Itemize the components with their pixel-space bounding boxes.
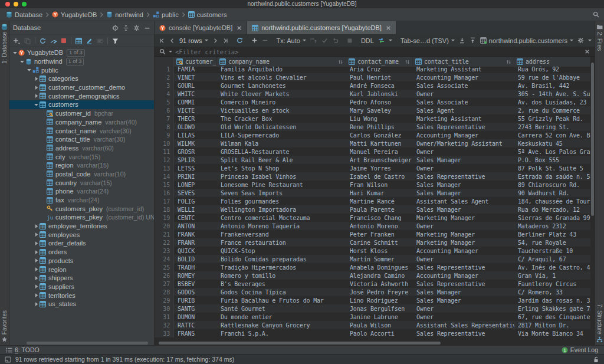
minimize-window-button[interactable] bbox=[14, 2, 18, 6]
import-data-icon[interactable] bbox=[470, 37, 476, 44]
stop-query-button[interactable] bbox=[347, 38, 353, 44]
grid-cell[interactable]: Godos Cocina Típica bbox=[217, 288, 346, 296]
tree-item-region[interactable]: region bbox=[9, 265, 154, 274]
jump-to-console-button[interactable] bbox=[50, 38, 57, 44]
grid-cell[interactable]: Antonio Moreno bbox=[346, 222, 413, 230]
grid-cell[interactable]: FURIB bbox=[174, 296, 217, 304]
grid-cell[interactable]: Keskuskatu 45 bbox=[514, 139, 590, 147]
grid-cell[interactable]: Liu Wong bbox=[346, 114, 413, 123]
grid-cell[interactable]: Sales Associate bbox=[413, 81, 514, 90]
grid-cell[interactable]: Accounting Manager bbox=[413, 247, 514, 255]
grid-cell[interactable]: BSBEV bbox=[174, 280, 217, 288]
grid-cell[interactable]: André Fonseca bbox=[346, 81, 413, 90]
search-everywhere-icon[interactable] bbox=[593, 11, 599, 18]
grid-cell[interactable]: GROSELLA-Restaurante bbox=[217, 147, 346, 156]
grid-cell[interactable]: Comércio Mineiro bbox=[217, 98, 346, 106]
grid-cell[interactable]: FRANK bbox=[174, 230, 217, 238]
grid-cell[interactable]: 87 Polk St. Suite 5 bbox=[514, 164, 590, 172]
grid-cell[interactable]: Accounting Manager bbox=[413, 73, 514, 81]
grid-cell[interactable]: WELLI bbox=[174, 205, 217, 214]
grid-cell[interactable]: Gourmet Lanchonetes bbox=[217, 81, 346, 90]
toolwindow-todo-button[interactable]: 6: TODO bbox=[6, 346, 40, 353]
grid-cell[interactable]: WILMK bbox=[174, 139, 217, 147]
grid-cell[interactable]: The Cracker Box bbox=[217, 114, 346, 123]
chevron-right-icon[interactable] bbox=[33, 250, 40, 255]
grid-cell[interactable]: Lonesome Pine Restaurant bbox=[217, 181, 346, 189]
grid-cell[interactable]: 305 - 14th Ave. S. Suite bbox=[514, 90, 590, 98]
tree-item-address[interactable]: addressvarchar(60) bbox=[9, 144, 154, 153]
tab-close-icon[interactable] bbox=[386, 25, 391, 31]
grid-cell[interactable]: Sales Manager bbox=[413, 156, 514, 164]
grid-cell[interactable]: Horst Kloss bbox=[346, 247, 413, 255]
grid-cell[interactable]: Owner bbox=[413, 255, 514, 263]
tree-item-customers_pkey[interactable]: jucustomers_pkey(customer_id) UNIQUE bbox=[9, 213, 154, 222]
grid-cell[interactable]: Jaime Yorres bbox=[346, 164, 413, 172]
grid-cell[interactable]: Vins et alcools Chevalier bbox=[217, 73, 346, 81]
commit-icon[interactable] bbox=[321, 37, 328, 44]
ddl-source-button[interactable] bbox=[97, 38, 103, 44]
grid-cell[interactable]: Sales Representative bbox=[413, 280, 514, 288]
grid-cell[interactable]: Romero y tomillo bbox=[217, 271, 346, 280]
grid-cell[interactable]: Jardim das rosas n. 32 bbox=[514, 296, 590, 304]
last-page-button[interactable] bbox=[222, 38, 228, 44]
filter-search-icon[interactable] bbox=[159, 48, 166, 55]
grid-cell[interactable]: Marketing Assistant bbox=[413, 65, 514, 73]
grid-cell[interactable]: FRANR bbox=[174, 238, 217, 247]
grid-cell[interactable]: THECR bbox=[174, 114, 217, 123]
grid-cell[interactable]: OLDWO bbox=[174, 123, 217, 131]
grid-cell[interactable]: Carlos González bbox=[346, 131, 413, 139]
chevron-right-icon[interactable] bbox=[33, 241, 40, 246]
grid-cell[interactable]: Rene Phillips bbox=[346, 123, 413, 131]
grid-cell[interactable]: 2817 Milton Dr. bbox=[514, 321, 590, 329]
grid-settings-gear-icon[interactable] bbox=[577, 37, 584, 44]
tree-item-customer_demographics[interactable]: customer_demographics bbox=[9, 91, 154, 100]
row-number[interactable]: 23 bbox=[155, 247, 174, 255]
panel-settings-button[interactable] bbox=[133, 25, 140, 31]
grid-cell[interactable]: France restauration bbox=[217, 238, 346, 247]
grid-cell[interactable]: Isabel de Castro bbox=[346, 172, 413, 181]
previous-page-button[interactable] bbox=[169, 38, 175, 44]
breadcrumb-item-YugabyteDB[interactable]: YugabyteDB bbox=[51, 11, 98, 18]
row-number[interactable]: 7 bbox=[155, 114, 174, 123]
grid-cell[interactable]: Sierras de Granada 9993 bbox=[514, 214, 590, 222]
tree-item-shippers[interactable]: shippers bbox=[9, 274, 154, 283]
chevron-right-icon[interactable] bbox=[33, 258, 40, 263]
row-number[interactable]: 14 bbox=[155, 172, 174, 181]
grid-cell[interactable]: Sales Manager bbox=[413, 189, 514, 197]
grid-cell[interactable]: LILAS bbox=[174, 131, 217, 139]
tree-item-order_details[interactable]: order_details bbox=[9, 239, 154, 248]
grid-cell[interactable]: Art Braunschweiger bbox=[346, 156, 413, 164]
grid-cell[interactable]: Erling Skakkes gate 78 bbox=[514, 304, 590, 313]
tree-item-territories[interactable]: territories bbox=[9, 291, 154, 300]
grid-cell[interactable]: Sales Representative bbox=[413, 123, 514, 131]
tree-item-us_states[interactable]: us_states bbox=[9, 300, 154, 309]
row-number[interactable]: 29 bbox=[155, 296, 174, 304]
chevron-right-icon[interactable] bbox=[33, 85, 40, 90]
grid-cell[interactable]: 59 rue de l'Abbaye bbox=[514, 73, 590, 81]
row-number[interactable]: 1 bbox=[155, 65, 174, 73]
grid-cell[interactable]: 5ª Ave. Los Palos Grandes bbox=[514, 147, 590, 156]
grid-cell[interactable]: Martín Sommer bbox=[346, 255, 413, 263]
chevron-down-icon[interactable] bbox=[33, 102, 40, 107]
tree-item-region[interactable]: regionvarchar(15) bbox=[9, 161, 154, 170]
duplicate-button[interactable] bbox=[24, 38, 31, 44]
tree-item-employee_territories[interactable]: employee_territories bbox=[9, 222, 154, 231]
grid-cell[interactable]: Mary Saveley bbox=[346, 106, 413, 114]
tree-item-public[interactable]: public bbox=[9, 65, 154, 74]
open-table-button[interactable] bbox=[76, 38, 82, 44]
page-size-selector[interactable]: 91 rows bbox=[179, 37, 208, 44]
reload-data-button[interactable] bbox=[237, 37, 243, 44]
grid-cell[interactable]: Du monde entier bbox=[217, 313, 346, 321]
breadcrumb-item-Database[interactable]: Database bbox=[5, 11, 44, 18]
grid-cell[interactable]: Sales Agent bbox=[413, 106, 514, 114]
grid-cell[interactable]: Furia Bacalhau e Frutos do Mar bbox=[217, 296, 346, 304]
chevron-right-icon[interactable] bbox=[33, 76, 40, 81]
grid-cell[interactable]: SPLIR bbox=[174, 156, 217, 164]
row-number[interactable]: 10 bbox=[155, 139, 174, 147]
grid-cell[interactable]: Sales Representative bbox=[413, 263, 514, 271]
grid-cell[interactable]: LETSS bbox=[174, 164, 217, 172]
grid-cell[interactable]: Marketing Manager bbox=[413, 238, 514, 247]
row-number[interactable]: 15 bbox=[155, 181, 174, 189]
row-number[interactable]: 33 bbox=[155, 329, 174, 337]
grid-cell[interactable]: Via Monte Bianco 34 bbox=[514, 329, 590, 337]
